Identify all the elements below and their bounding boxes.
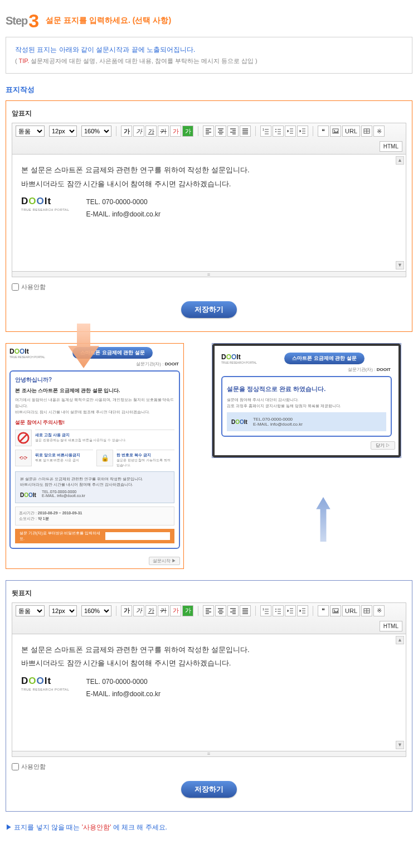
tb-sep <box>313 126 313 136</box>
fontsize-select[interactable]: 12px <box>49 126 77 137</box>
info-tip-label: TIP. <box>19 57 30 64</box>
table-button[interactable] <box>361 605 372 616</box>
align-left-button[interactable] <box>203 605 214 616</box>
resize-grip[interactable]: ≡ <box>12 272 406 277</box>
editor-line2: 바쁘시더라도 잠깐 시간을 내시어 참여해 주시면 감사하겠습니다. <box>21 177 397 191</box>
contact-tel: TEL. 070-0000-0000 <box>86 676 161 688</box>
indent-button[interactable] <box>297 126 308 137</box>
align-center-button[interactable] <box>215 126 226 137</box>
svg-text:1: 1 <box>263 128 264 131</box>
font-select[interactable]: 돋움 <box>16 126 45 137</box>
bullet-list-button[interactable] <box>273 605 284 616</box>
scroll-down-icon[interactable]: ▼ <box>396 261 404 269</box>
strike-button[interactable]: 가 <box>158 126 169 137</box>
tb-sep <box>198 126 198 136</box>
save-back-button[interactable]: 저장하기 <box>181 781 237 798</box>
align-right-button[interactable] <box>227 605 239 616</box>
underline-button[interactable]: 가 <box>145 605 157 616</box>
lineheight-select[interactable]: 160% <box>81 605 111 616</box>
editor-toolbar-front: 돋움 12px 160% 가 가 가 가 가 가 1 ❝ <box>12 123 406 155</box>
align-justify-button[interactable] <box>240 126 251 137</box>
strike-button[interactable]: 가 <box>158 605 169 616</box>
editor-toolbar-back: 돋움 12px 160% 가 가 가 가 가 가 1 ❝ <box>12 602 406 634</box>
contact-info: TEL. 070-0000-0000 E-MAIL. info@dooit.co… <box>86 676 161 700</box>
svg-text:1: 1 <box>263 607 264 611</box>
svg-point-9 <box>275 609 276 610</box>
resize-grip[interactable]: ≡ <box>12 751 406 757</box>
footer-tail: 에 체크 해 주세요. <box>113 823 167 831</box>
url-button[interactable]: URL <box>342 126 360 137</box>
scroll-up-icon[interactable]: ▲ <box>396 636 404 644</box>
align-justify-button[interactable] <box>240 605 251 616</box>
image-button[interactable] <box>330 126 341 137</box>
editor-line1: 본 설문은 스마트폰 요금제와 관련한 연구를 위하여 작성한 설문입니다. <box>21 643 397 657</box>
align-center-button[interactable] <box>215 605 226 616</box>
preview-password-input[interactable] <box>105 532 170 540</box>
bgcolor-button[interactable]: 가 <box>182 126 193 137</box>
image-button[interactable] <box>330 605 341 616</box>
preview-greeting: 안녕하십니까? <box>15 376 174 384</box>
front-cover-panel: 앞표지 돋움 12px 160% 가 가 가 가 가 가 1 <box>6 100 412 332</box>
quote-button[interactable]: ❝ <box>318 126 329 137</box>
preview-body: 안녕하십니까? 본 조사는 스마트폰 요금제에 관한 설문 입니다. 여기에서 … <box>9 370 180 549</box>
table-button[interactable] <box>361 126 372 137</box>
forbidden-icon <box>15 430 32 446</box>
lineheight-select[interactable]: 160% <box>81 126 111 137</box>
step-title: 설문 표지를 입력하세요. (선택 사항) <box>46 16 171 26</box>
front-editor-body[interactable]: ▲ 본 설문은 스마트폰 요금제와 관련한 연구를 위하여 작성한 설문입니다.… <box>12 155 406 272</box>
back-cover-preview: DOOIt TRUE RESEARCH PORTAL 스마트폰 요금제에 관한 … <box>212 343 401 458</box>
bullet-list-button[interactable] <box>273 126 284 137</box>
disable-front-checkbox[interactable] <box>12 283 19 291</box>
save-front-button[interactable]: 저장하기 <box>181 301 237 318</box>
font-select[interactable]: 돋움 <box>16 605 45 616</box>
align-right-button[interactable] <box>227 126 239 137</box>
fontcolor-button[interactable]: 가 <box>170 605 181 616</box>
html-toggle-button[interactable]: HTML <box>380 621 402 631</box>
disable-checkbox-row: 사용안함 <box>12 283 406 291</box>
special-char-button[interactable]: ※ <box>373 605 385 616</box>
preview-nav: 설문시작 ▶ <box>6 553 183 568</box>
svg-point-1 <box>275 129 276 130</box>
scroll-up-icon[interactable]: ▲ <box>396 156 404 165</box>
contact-tel: TEL. 070-0000-0000 <box>86 196 161 209</box>
scroll-down-icon[interactable]: ▼ <box>396 741 404 749</box>
step-label: Step 3 <box>6 11 39 30</box>
preview-back-insert: DOOIt TEL.070-0000-0000 E-MAIL. info@doo… <box>227 412 386 431</box>
underline-button[interactable]: 가 <box>145 126 157 137</box>
align-left-button[interactable] <box>203 126 214 137</box>
preview-text2: 바쁘시더라도 잠시 시간을 내어 설문에 협조해 주시면 대단히 감사하겠습니다… <box>15 409 174 415</box>
front-panel-title: 앞표지 <box>12 109 406 118</box>
preview-close-row: 닫기 ▷ <box>218 441 395 450</box>
preview-complete-heading: 설문을 정상적으로 완료 하였습니다. <box>227 385 386 393</box>
list-group: 1 <box>260 126 308 137</box>
italic-button[interactable]: 가 <box>133 126 144 137</box>
back-editor-body[interactable]: ▲ 본 설문은 스마트폰 요금제와 관련한 연구를 위하여 작성한 설문입니다.… <box>12 634 406 751</box>
disable-back-checkbox[interactable] <box>12 763 19 770</box>
lock-icon: 🔒 <box>96 450 113 466</box>
info-main-text: 작성된 표지는 아래와 같이 설문시작과 끝에 노출되어집니다. <box>15 45 403 55</box>
numbered-list-button[interactable]: 1 <box>260 126 271 137</box>
indent-button[interactable] <box>297 605 308 616</box>
quote-button[interactable]: ❝ <box>318 605 329 616</box>
bgcolor-button[interactable]: 가 <box>182 605 193 616</box>
bold-button[interactable]: 가 <box>121 126 132 137</box>
numbered-list-button[interactable]: 1 <box>260 605 271 616</box>
html-toggle-button[interactable]: HTML <box>380 141 402 152</box>
italic-button[interactable]: 가 <box>133 605 144 616</box>
preview-start-button[interactable]: 설문시작 ▶ <box>149 557 180 565</box>
bold-button[interactable]: 가 <box>121 605 132 616</box>
back-panel-title: 뒷표지 <box>12 589 406 598</box>
fontsize-select[interactable]: 12px <box>49 605 77 616</box>
step-number: 3 <box>28 11 39 30</box>
align-group <box>203 605 251 616</box>
svg-point-4 <box>334 130 335 131</box>
tb-sep <box>313 606 313 616</box>
fontcolor-button[interactable]: 가 <box>170 126 181 137</box>
url-button[interactable]: URL <box>342 605 360 616</box>
special-char-button[interactable]: ※ <box>373 126 385 137</box>
outdent-button[interactable] <box>285 126 296 137</box>
outdent-button[interactable] <box>285 605 296 616</box>
preview-password-bar: 설문 기관(자)로 부터받은 비밀번호를 입력하세요. <box>15 529 174 543</box>
preview-cover-insert: 본 설문은 스마트폰 요금제와 관련한 연구를 위하여 작성한 설문입니다. 바… <box>15 471 174 503</box>
preview-close-button[interactable]: 닫기 ▷ <box>371 441 395 450</box>
